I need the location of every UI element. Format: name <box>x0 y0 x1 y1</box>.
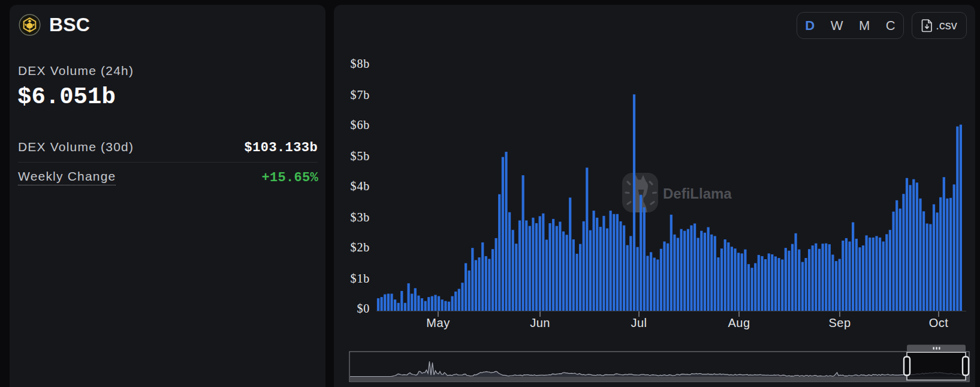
svg-text:Oct: Oct <box>929 316 949 329</box>
svg-text:$6b: $6b <box>351 118 370 131</box>
svg-text:May: May <box>426 316 450 329</box>
svg-text:Sep: Sep <box>828 316 851 329</box>
svg-text:Jun: Jun <box>530 316 550 329</box>
svg-text:$8b: $8b <box>351 57 370 70</box>
svg-text:$3b: $3b <box>351 211 370 224</box>
svg-text:Jul: Jul <box>631 316 647 329</box>
svg-text:$2b: $2b <box>351 241 370 254</box>
svg-text:DefiLlama: DefiLlama <box>663 185 732 202</box>
svg-text:$7b: $7b <box>351 88 370 101</box>
svg-text:$4b: $4b <box>351 179 370 193</box>
svg-text:$0: $0 <box>357 302 370 315</box>
svg-text:$1b: $1b <box>351 272 370 285</box>
svg-text:Aug: Aug <box>728 316 750 329</box>
svg-text:$5b: $5b <box>351 149 370 163</box>
